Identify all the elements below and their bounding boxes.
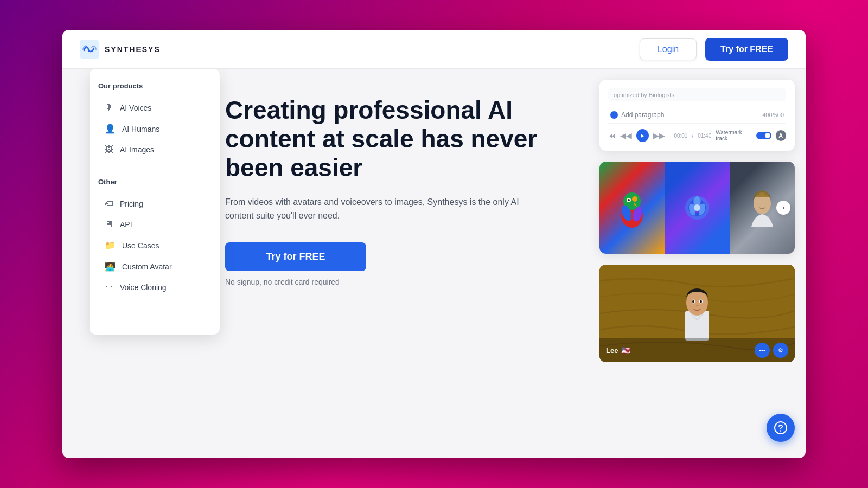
- navbar: SYNTHESYS Login Try for FREE: [62, 30, 806, 69]
- sidebar-item-custom-avatar[interactable]: 🧑‍💻 Custom Avatar: [98, 256, 211, 277]
- sidebar-item-api[interactable]: 🖥 API: [98, 214, 211, 235]
- sidebar-item-ai-humans[interactable]: 👤 AI Humans: [98, 118, 211, 139]
- rewind-icon[interactable]: ◀◀: [620, 131, 632, 140]
- sidebar-item-ai-images[interactable]: 🖼 AI Images: [98, 139, 211, 160]
- try-free-nav-button[interactable]: Try for FREE: [705, 38, 788, 61]
- mic-icon: 🎙: [105, 103, 113, 113]
- avatar-name: Lee 🇺🇸: [606, 346, 630, 355]
- svg-point-23: [780, 430, 781, 431]
- player-controls: ⏮ ◀◀ ▶ ▶▶ 00:01 / 01:40 Watermark track: [608, 129, 786, 142]
- hero-section: Creating professional AI content at scal…: [225, 96, 589, 286]
- circle-blue-icon: [610, 111, 618, 119]
- logo-icon: [80, 40, 99, 59]
- svg-point-21: [700, 300, 702, 303]
- editor-text-preview: optimized by Biologists: [608, 88, 786, 101]
- avatar-action-buttons: ••• ⚙: [755, 343, 788, 358]
- image-icon: 🖼: [105, 145, 113, 155]
- dropdown-panel: Our products 🎙 AI Voices 👤 AI Humans 🖼 A…: [90, 69, 220, 335]
- sidebar-item-label: Pricing: [120, 200, 143, 208]
- watermark-label: Watermark track: [716, 130, 771, 142]
- images-row: [599, 162, 795, 254]
- login-button[interactable]: Login: [640, 38, 697, 60]
- help-button[interactable]: [767, 414, 795, 442]
- hero-title: Creating professional AI content at scal…: [225, 96, 540, 182]
- skip-back-icon[interactable]: ⏮: [608, 131, 616, 140]
- sidebar-divider: [98, 169, 211, 169]
- gallery-image-parrot: [599, 162, 665, 254]
- fast-forward-icon[interactable]: ▶▶: [653, 131, 665, 140]
- sidebar-item-voice-cloning[interactable]: 〰 Voice Cloning: [98, 277, 211, 298]
- right-previews: optimized by Biologists Add paragraph 40…: [599, 80, 795, 362]
- other-label: Other: [98, 178, 211, 186]
- sidebar-item-label: Custom Avatar: [122, 262, 172, 271]
- briefcase-icon: 📁: [105, 240, 116, 251]
- char-count: 400/500: [762, 112, 784, 118]
- sidebar-item-label: Voice Cloning: [120, 283, 167, 292]
- sidebar-item-label: API: [120, 220, 132, 229]
- svg-point-5: [628, 199, 630, 201]
- svg-point-11: [694, 204, 700, 211]
- watermark-text: Watermark track: [716, 130, 754, 142]
- player-time-current: 00:01: [674, 133, 687, 139]
- player-time-total: 01:40: [698, 133, 711, 139]
- gallery-card: ›: [599, 162, 795, 254]
- user-avatar-icon: A: [776, 130, 786, 141]
- editor-card: optimized by Biologists Add paragraph 40…: [599, 80, 795, 151]
- avatar-icon: 🧑‍💻: [105, 261, 116, 272]
- tag-icon: 🏷: [105, 199, 113, 209]
- watermark-toggle[interactable]: [756, 132, 771, 139]
- main-content: Our products 🎙 AI Voices 👤 AI Humans 🖼 A…: [62, 69, 806, 458]
- sidebar-item-use-cases[interactable]: 📁 Use Cases: [98, 235, 211, 256]
- wave-icon: 〰: [105, 282, 113, 292]
- add-para-left: Add paragraph: [610, 111, 664, 119]
- help-icon: [774, 421, 788, 435]
- gallery-next-button[interactable]: ›: [776, 201, 790, 215]
- sidebar-item-label: AI Voices: [120, 104, 151, 112]
- avatar-card: Lee 🇺🇸 ••• ⚙: [599, 265, 795, 362]
- hero-subtitle: From videos with avatars and voiceovers …: [225, 195, 529, 223]
- no-signup-text: No signup, no credit card required: [225, 278, 589, 286]
- gallery-image-rose: [665, 162, 730, 254]
- play-button[interactable]: ▶: [636, 129, 649, 142]
- avatar-bottom-bar: Lee 🇺🇸 ••• ⚙: [599, 338, 795, 362]
- sidebar-item-pricing[interactable]: 🏷 Pricing: [98, 194, 211, 214]
- avatar-name-text: Lee: [606, 346, 618, 355]
- nav-right: Login Try for FREE: [640, 38, 788, 61]
- player-time-separator: /: [692, 133, 693, 139]
- toggle-knob: [765, 133, 770, 138]
- try-free-hero-button[interactable]: Try for FREE: [225, 242, 366, 271]
- sidebar-item-ai-voices[interactable]: 🎙 AI Voices: [98, 98, 211, 118]
- svg-point-3: [632, 196, 637, 202]
- sidebar-item-label: Use Cases: [122, 241, 159, 250]
- add-paragraph-label: Add paragraph: [621, 111, 664, 119]
- avatar-menu-button[interactable]: •••: [755, 343, 770, 358]
- sidebar-item-label: AI Humans: [122, 125, 159, 133]
- svg-point-19: [692, 300, 694, 303]
- person-icon: 👤: [105, 124, 116, 134]
- sidebar-item-label: AI Images: [120, 145, 154, 154]
- avatar-settings-button[interactable]: ⚙: [773, 343, 788, 358]
- logo-area: SYNTHESYS: [80, 40, 161, 59]
- code-icon: 🖥: [105, 220, 113, 229]
- editor-add-paragraph: Add paragraph 400/500: [608, 107, 786, 124]
- avatar-figure: [675, 281, 719, 343]
- brand-name: SYNTHESYS: [105, 45, 161, 54]
- avatar-flag: 🇺🇸: [621, 346, 630, 355]
- our-products-label: Our products: [98, 82, 211, 90]
